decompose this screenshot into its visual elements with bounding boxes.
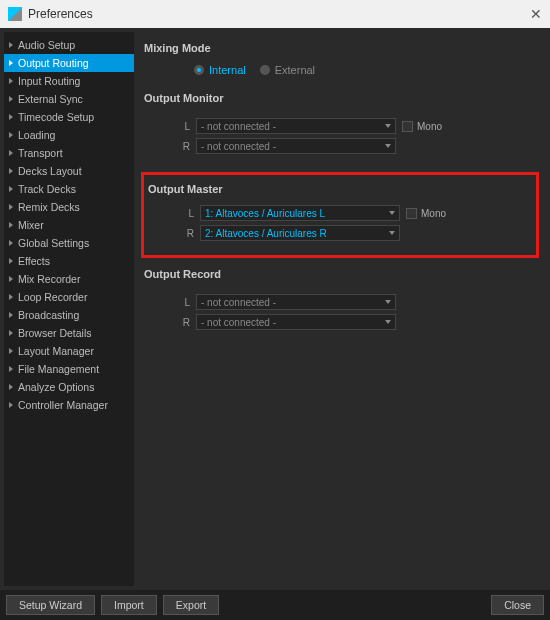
output-monitor-section: L - not connected - Mono R - not connect…: [144, 114, 536, 166]
monitor-l-dropdown[interactable]: - not connected -: [196, 118, 396, 134]
window-body: Audio Setup Output Routing Input Routing…: [0, 28, 550, 590]
output-record-section: L - not connected - R - not connected -: [144, 290, 536, 342]
sidebar-item-layout-manager[interactable]: Layout Manager: [4, 342, 134, 360]
output-master-title: Output Master: [148, 183, 530, 195]
record-r-dropdown[interactable]: - not connected -: [196, 314, 396, 330]
channel-label-r: R: [182, 228, 194, 239]
sidebar-item-controller-manager[interactable]: Controller Manager: [4, 396, 134, 414]
app-icon: [8, 7, 22, 21]
sidebar-item-track-decks[interactable]: Track Decks: [4, 180, 134, 198]
output-monitor-title: Output Monitor: [144, 92, 536, 104]
sidebar-item-output-routing[interactable]: Output Routing: [4, 54, 134, 72]
sidebar-item-broadcasting[interactable]: Broadcasting: [4, 306, 134, 324]
output-record-title: Output Record: [144, 268, 536, 280]
sidebar-item-timecode-setup[interactable]: Timecode Setup: [4, 108, 134, 126]
titlebar: Preferences ✕: [0, 0, 550, 28]
sidebar-item-loading[interactable]: Loading: [4, 126, 134, 144]
mixing-mode-title: Mixing Mode: [144, 42, 536, 54]
sidebar-item-file-management[interactable]: File Management: [4, 360, 134, 378]
chevron-down-icon: [385, 320, 391, 324]
close-icon[interactable]: ✕: [530, 6, 542, 22]
sidebar-item-mix-recorder[interactable]: Mix Recorder: [4, 270, 134, 288]
master-l-dropdown[interactable]: 1: Altavoces / Auriculares L: [200, 205, 400, 221]
sidebar-item-effects[interactable]: Effects: [4, 252, 134, 270]
mono-label: Mono: [421, 208, 446, 219]
monitor-mono-checkbox[interactable]: [402, 121, 413, 132]
channel-label-r: R: [178, 317, 190, 328]
radio-icon: [260, 65, 270, 75]
sidebar-item-external-sync[interactable]: External Sync: [4, 90, 134, 108]
sidebar-item-global-settings[interactable]: Global Settings: [4, 234, 134, 252]
monitor-r-dropdown[interactable]: - not connected -: [196, 138, 396, 154]
radio-icon: [194, 65, 204, 75]
setup-wizard-button[interactable]: Setup Wizard: [6, 595, 95, 615]
channel-label-r: R: [178, 141, 190, 152]
channel-label-l: L: [182, 208, 194, 219]
chevron-down-icon: [385, 124, 391, 128]
chevron-down-icon: [385, 300, 391, 304]
sidebar-item-decks-layout[interactable]: Decks Layout: [4, 162, 134, 180]
sidebar-item-remix-decks[interactable]: Remix Decks: [4, 198, 134, 216]
sidebar-item-analyze-options[interactable]: Analyze Options: [4, 378, 134, 396]
footer: Setup Wizard Import Export Close: [0, 590, 550, 620]
output-master-highlight: Output Master L 1: Altavoces / Auricular…: [141, 172, 539, 258]
chevron-down-icon: [389, 231, 395, 235]
mono-label: Mono: [417, 121, 442, 132]
chevron-down-icon: [389, 211, 395, 215]
content-panel: Mixing Mode Internal External Output Mon…: [134, 32, 546, 586]
channel-label-l: L: [178, 121, 190, 132]
mixing-mode-external[interactable]: External: [260, 64, 315, 76]
window-title: Preferences: [28, 7, 93, 21]
sidebar-item-loop-recorder[interactable]: Loop Recorder: [4, 288, 134, 306]
output-master-section: L 1: Altavoces / Auriculares L Mono R: [148, 201, 530, 241]
import-button[interactable]: Import: [101, 595, 157, 615]
preferences-window: Preferences ✕ Audio Setup Output Routing…: [0, 0, 550, 620]
master-mono-checkbox[interactable]: [406, 208, 417, 219]
chevron-down-icon: [385, 144, 391, 148]
sidebar-item-input-routing[interactable]: Input Routing: [4, 72, 134, 90]
sidebar-item-mixer[interactable]: Mixer: [4, 216, 134, 234]
export-button[interactable]: Export: [163, 595, 219, 615]
close-button[interactable]: Close: [491, 595, 544, 615]
mixing-mode-internal[interactable]: Internal: [194, 64, 246, 76]
sidebar-item-browser-details[interactable]: Browser Details: [4, 324, 134, 342]
sidebar-item-transport[interactable]: Transport: [4, 144, 134, 162]
record-l-dropdown[interactable]: - not connected -: [196, 294, 396, 310]
sidebar: Audio Setup Output Routing Input Routing…: [4, 32, 134, 586]
sidebar-item-audio-setup[interactable]: Audio Setup: [4, 36, 134, 54]
channel-label-l: L: [178, 297, 190, 308]
master-r-dropdown[interactable]: 2: Altavoces / Auriculares R: [200, 225, 400, 241]
